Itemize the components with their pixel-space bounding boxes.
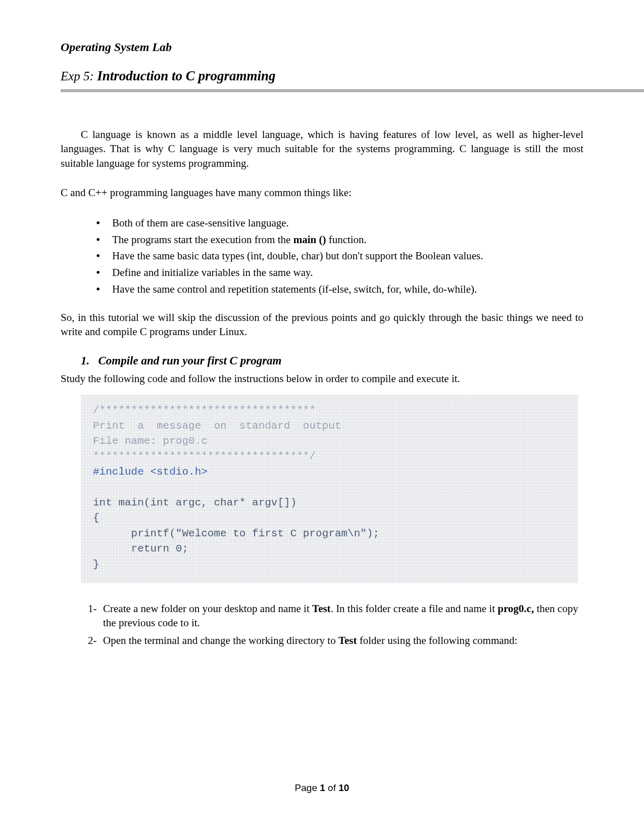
bullet-main-bold: main () <box>293 234 326 246</box>
section-number: 1. <box>81 354 89 367</box>
footer-current-page: 1 <box>320 782 325 793</box>
step-item: Create a new folder on your desktop and … <box>88 601 583 630</box>
exp-label: Exp 5: <box>61 69 97 83</box>
after-bullets-paragraph: So, in this tutorial we will skip the di… <box>61 310 583 339</box>
code-line: { <box>93 512 100 524</box>
list-item: Both of them are case-sensitive language… <box>96 215 583 231</box>
footer-total-pages: 10 <box>338 782 349 793</box>
section-title: Compile and run your first C program <box>98 354 282 367</box>
list-item: Have the same basic data types (int, dou… <box>96 248 583 264</box>
code-block: /********************************** Prin… <box>81 395 578 583</box>
code-line: Print a message on standard output <box>93 420 341 432</box>
common-bullet-list: Both of them are case-sensitive language… <box>96 215 583 297</box>
step-text: Create a new folder on your desktop and … <box>103 603 312 615</box>
footer-prefix: Page <box>295 782 320 793</box>
header-rule <box>61 89 644 92</box>
bullet-text-tail: function. <box>326 234 366 246</box>
code-line: printf("Welcome to first C program\n"); <box>93 528 379 539</box>
code-line: return 0; <box>93 543 188 554</box>
step-text: Open the terminal and change the working… <box>103 634 338 646</box>
steps-list: Create a new folder on your desktop and … <box>88 601 583 647</box>
code-line: #include <stdio.h> <box>93 466 208 478</box>
code-line: File name: prog0.c <box>93 435 208 447</box>
list-item: Define and initialize variables in the s… <box>96 264 583 281</box>
common-lead-paragraph: C and C++ programming languages have man… <box>61 186 583 200</box>
step-item: Open the terminal and change the working… <box>88 633 583 647</box>
step-text: . In this folder create a file and name … <box>331 603 498 615</box>
step-bold: Test <box>312 603 331 615</box>
step-bold: prog0.c, <box>498 603 534 615</box>
after-heading-paragraph: Study the following code and follow the … <box>61 372 583 386</box>
list-item: Have the same control and repetition sta… <box>96 281 583 298</box>
bullet-text: The programs start the execution from th… <box>112 234 293 246</box>
code-line: /********************************** <box>93 404 316 416</box>
code-line: int main(int argc, char* argv[]) <box>93 497 296 508</box>
exp-title: Introduction to C programming <box>97 68 275 83</box>
header-exp-line: Exp 5: Introduction to C programming <box>61 68 583 84</box>
section-heading: 1. Compile and run your first C program <box>81 354 583 367</box>
page-footer: Page 1 of 10 <box>0 782 644 794</box>
step-text: folder using the following command: <box>357 634 518 646</box>
footer-middle: of <box>325 782 338 793</box>
step-bold: Test <box>338 634 357 646</box>
list-item: The programs start the execution from th… <box>96 231 583 248</box>
code-line: **********************************/ <box>93 450 316 462</box>
code-line: } <box>93 559 100 570</box>
intro-paragraph: C language is known as a middle level la… <box>61 127 583 170</box>
header-lab-title: Operating System Lab <box>61 40 583 54</box>
